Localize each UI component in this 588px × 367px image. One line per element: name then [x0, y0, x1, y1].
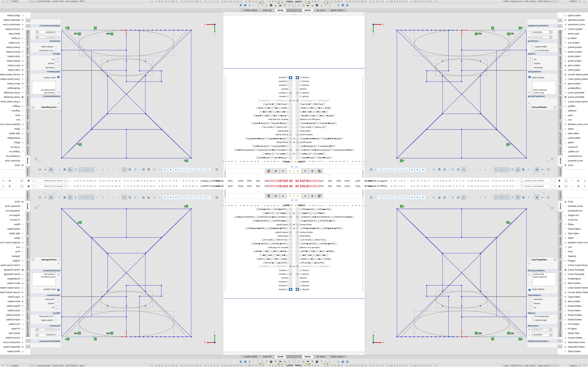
tab-direct-editing[interactable]: Direct Editing — [26, 222, 30, 235]
tree-row[interactable]: ≡Material <not specified> — [294, 246, 365, 249]
tree-expand-icon[interactable]: ▶ — [294, 138, 296, 140]
menu-file[interactable]: File — [265, 185, 268, 187]
bottom-toolbar-icon[interactable]: ≡ — [273, 359, 278, 364]
parameter-input[interactable]: 0.00000000° — [531, 30, 549, 34]
palette-item[interactable]: ⬭Ellipse — [0, 222, 25, 227]
parameter-spinner[interactable]: ▲▼ — [36, 328, 38, 332]
tree-row[interactable]: ▶A◯25ИN◉◦♣A♣◉ИNΑ◯◦◯ΑИN◉♣A♣◦◉ИN25◯ — [223, 226, 294, 230]
palette-item[interactable]: ╱Line — [563, 118, 588, 122]
spinner-down-icon[interactable]: ▼ — [36, 330, 38, 332]
bottom-toolbar-icon[interactable]: ⇅ — [264, 359, 269, 364]
status-tag-icon[interactable]: ❒ — [2, 364, 4, 367]
palette-item[interactable]: ⊢Extend Entities — [0, 317, 25, 322]
palette-item[interactable]: ∿Spline — [0, 127, 25, 131]
tree-horizontal-scrollbar[interactable]: ◁▷ — [223, 13, 294, 16]
tree-row[interactable]: ⌐◯ИN◦ƍ6◦◉◯◦◯◉◦6ƍ◦ИN◯ — [294, 102, 365, 106]
palette-item[interactable]: ⠿Linear Sketch Pattern — [0, 285, 25, 290]
spinner-down-icon[interactable]: ▼ — [36, 30, 38, 32]
tree-row[interactable]: ⌐◯ИN◦ƍ6◦◉◯◦◯◉◦6ƍ◦ИN◯ — [223, 102, 294, 106]
bottom-toolbar-icon[interactable]: ▤ — [282, 359, 287, 364]
tab-surfaces[interactable]: Surfaces — [558, 212, 562, 221]
bottom-toolbar-icon[interactable]: ◔ — [331, 359, 336, 364]
relation-badge[interactable]: ╱ — [491, 338, 494, 340]
tab-mesh-modeling[interactable]: Mesh Modeling — [26, 283, 30, 297]
section-additional-parameters[interactable]: Additional Parameters∨ — [30, 340, 61, 343]
search-input[interactable]: ❒ Search CAD Models ⌕ ▼ — [32, 178, 68, 183]
bottom-toolbar-icon[interactable]: ◷ — [336, 359, 341, 364]
bottom-toolbar-icon[interactable]: ▣ — [243, 3, 247, 8]
tab-data-migration[interactable]: Data Migration — [558, 297, 562, 311]
section-existing-relations[interactable]: Existing Relations∧ — [527, 95, 558, 98]
tree-row[interactable]: ◆Surface Bodies — [223, 230, 294, 234]
doc-tab-3d-views[interactable]: 3D Views — [260, 355, 274, 359]
propertymanager-tab[interactable]: ≣ — [302, 169, 309, 174]
tree-row[interactable]: ✦◯253E♣◉ΛΑΦ◯◦◯ΦΑΛ◉♣E352◯ — [223, 156, 294, 159]
relation-button-horizontal[interactable]: —Horizontal — [45, 66, 60, 69]
tab-data-migration[interactable]: Data Migration — [26, 297, 30, 311]
parameter-input[interactable]: 0.00000000° — [39, 30, 57, 34]
palette-item[interactable]: ⧉Mirror Entities — [0, 281, 25, 285]
tab-overflow[interactable]: ⋮ — [558, 19, 562, 22]
propertymanager-tab[interactable]: ≣ — [279, 169, 286, 174]
configurationmanager-tab[interactable]: ⊕ — [272, 193, 279, 198]
palette-item[interactable]: ⌢3 Point Arc — [0, 217, 25, 222]
palette-item[interactable]: ◇3 Point Center Recta... — [0, 100, 25, 104]
minimize-button[interactable]: – — [571, 185, 572, 188]
rollback-bar[interactable] — [294, 298, 365, 299]
palette-item[interactable]: ╱Line — [0, 118, 25, 122]
search-dropdown-icon[interactable]: ▼ — [33, 180, 35, 182]
tab-mesh-modeling[interactable]: Mesh Modeling — [558, 70, 562, 84]
palette-item[interactable]: ▪Point — [0, 249, 25, 254]
palette-item[interactable]: ∿Spline — [563, 127, 588, 131]
tree-row[interactable]: ⌐(-) Sketch4 — [223, 284, 294, 287]
checkbox-for-construction[interactable]: For construction — [532, 50, 549, 52]
minimize-button[interactable]: – — [571, 179, 572, 182]
tree-row[interactable]: Σ◯25ИN◉◦♣AΠƎE◯◦◯EƎΠA♣◦◉ИN25◯ — [294, 242, 365, 246]
tree-row[interactable]: ▶▣◯253EИNΑΠ·◯◦◯·ΠΑИN3E25◯ — [223, 99, 294, 102]
palette-item[interactable]: ◜Sketch Fillet — [563, 331, 588, 335]
palette-item[interactable]: ⁙Segment — [0, 254, 25, 259]
tree-row[interactable]: ◆Surface Bodies — [294, 230, 365, 234]
palette-item[interactable]: ƒxEquation Driven Curve — [0, 240, 25, 245]
panel-help-icon[interactable]: ? — [32, 106, 34, 109]
close-button[interactable]: × — [3, 185, 4, 188]
tree-expand-icon[interactable]: ▶ — [294, 142, 296, 143]
tree-row[interactable]: ▱◯♣Ʒƍ6◦◯∗◉|◯◦◯|◉∗◯◦6ƍƷ♣◯ — [294, 106, 365, 110]
tree-row[interactable]: ⌐(-) Sketch4 — [294, 284, 365, 287]
tree-row[interactable]: ◆Surface Bodies — [223, 133, 294, 137]
relation-entry[interactable]: Collinear108 — [33, 273, 55, 275]
palette-item[interactable]: ⊢Extend Entities — [563, 317, 588, 322]
tree-row[interactable]: ▱◯◦◉♣◯∗◉|◯◦◯|◉∗◯♣◉◦◯ — [294, 110, 365, 114]
palette-item[interactable]: ⬡Polygon — [563, 104, 588, 108]
spinner-down-icon[interactable]: ▼ — [550, 335, 552, 337]
tab-mold-tools[interactable]: Mold Tools — [558, 84, 562, 95]
palette-item[interactable]: ⌓Tangent Arc — [0, 213, 25, 217]
tree-row[interactable]: ✂◯25◦Π∗ΑM◯◦◯MΑ∗Π◦25◯ — [223, 238, 294, 242]
tab-mesh-modeling[interactable]: Mesh Modeling — [558, 283, 562, 297]
tree-row[interactable]: ≡Material <not specified> — [294, 118, 365, 121]
bottom-toolbar-icon[interactable]: ▰ — [306, 359, 310, 364]
palette-item[interactable]: ⧈Convert Entities — [563, 335, 588, 340]
palette-item[interactable]: ╱Line — [0, 245, 25, 249]
palette-item[interactable]: ⇲Stretch Entities — [563, 313, 588, 317]
palette-item[interactable]: ▣Center Rectangle — [563, 267, 588, 272]
tree-row[interactable]: ✦◯253E♣◉ΛΑΦ◯◦◯ΦΑΛ◉♣E352◯ — [294, 208, 365, 211]
relation-badge[interactable]: ▱3 — [78, 143, 82, 146]
doc-tab-3d-views[interactable]: 3D Views — [260, 8, 274, 12]
tree-row[interactable]: ⌐(-) Sketch5 — [294, 280, 365, 284]
pin-icon[interactable]: ⚲ — [364, 180, 366, 182]
doc-tab-motion-study-1[interactable]: Motion Study 1 — [241, 355, 260, 359]
help-icon[interactable]: ? — [564, 179, 568, 182]
tab-direct-editing[interactable]: Direct Editing — [558, 132, 562, 145]
tab-mbd-dimensions[interactable]: MBD Dimensions — [26, 321, 30, 337]
palette-item[interactable]: ╱Line — [563, 245, 588, 249]
palette-item[interactable]: ⁙Segment — [563, 254, 588, 259]
palette-item[interactable]: ≋Intersection Curve — [563, 340, 588, 345]
palette-item[interactable]: ◜Sketch Fillet — [563, 32, 588, 36]
palette-item[interactable]: ⊏Offset Entities — [0, 349, 25, 354]
palette-item[interactable]: ↻Rotate Entities — [563, 59, 588, 63]
tree-row[interactable]: ▱◯♣ИN◉+◯∗◉|◯◦◯|◉∗◯+◉ИN♣◯ — [294, 249, 365, 253]
tree-row[interactable]: ▱◯♣ИN◉+◯∗◉|◯◦◯|◉∗◯+◉ИN♣◯ — [223, 114, 294, 118]
parameter-input[interactable]: 0.00000000° — [39, 334, 57, 337]
relation-entry[interactable]: Equal length109 — [33, 89, 55, 92]
